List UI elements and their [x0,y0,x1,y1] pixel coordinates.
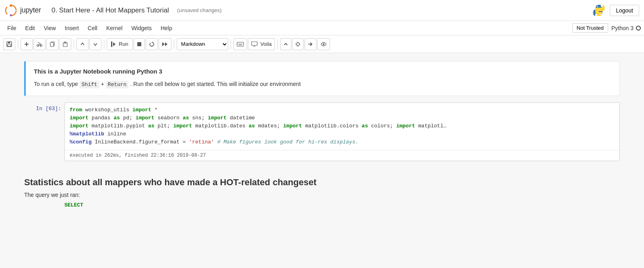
code-star: * [151,107,158,113]
menu-widgets[interactable]: Widgets [127,23,156,33]
cell-body[interactable]: from workshop_utils import * import pand… [64,102,620,161]
svg-rect-7 [8,44,11,46]
menu-cell[interactable]: Cell [84,23,101,33]
svg-rect-25 [237,42,244,46]
code-mpl-colors: matplotlib.colors [302,123,361,129]
svg-marker-20 [113,42,116,46]
kw-as4: as [249,123,255,129]
code-mpl-pyplot: matplotlib.pyplot [89,123,148,129]
stop-icon [137,42,142,47]
keyboard-shortcuts-button[interactable] [233,38,247,50]
unsaved-indicator: (unsaved changes) [177,7,222,13]
code-mdates: mdates; [255,123,283,129]
menu-kernel[interactable]: Kernel [102,23,126,33]
code-seaborn: seaborn [155,115,183,121]
toolbar: Run Markdown Code Raw NBConvert Heading … [0,35,644,53]
menu-insert[interactable]: Insert [61,23,83,33]
code-sns: sns; [189,115,208,121]
menu-file[interactable]: File [3,23,21,33]
chevron-up-icon [283,42,288,46]
restart-button[interactable] [146,38,158,50]
markdown-heading: This is a Jupyter Notebook running Pytho… [34,68,611,75]
svg-point-37 [323,43,324,45]
markdown-cell-container: This is a Jupyter Notebook running Pytho… [16,61,628,96]
svg-marker-34 [296,42,300,46]
paste-icon [62,41,68,47]
keyboard-icon [237,42,244,47]
voila-screen-icon [251,41,258,47]
arrow-button[interactable] [304,38,316,50]
fast-forward-icon [162,41,168,47]
run-button[interactable]: Run [107,38,133,50]
section-heading: Statistics about all mappers who have ma… [24,177,620,188]
code-matplotl-ellipsis: matplotl… [415,123,446,129]
code-workshop: workshop_utils [82,107,132,113]
add-cell-button[interactable] [21,38,33,50]
toolbar-sep-5 [231,39,231,49]
svg-point-1 [10,4,12,7]
kw-import6: import [173,123,192,129]
cell-prompt: In [63]: [24,102,64,112]
kw-as1: as [114,115,120,121]
menu-edit[interactable]: Edit [21,23,39,33]
code-colors: colors; [368,123,396,129]
kernel-status-indicator [636,26,641,31]
code-datetime: datetime [227,115,255,121]
header: jupyter 0. Start Here - All Hot Mappers … [0,0,644,21]
move-up-button[interactable] [76,38,89,50]
move-down-button[interactable] [89,38,101,50]
header-left: jupyter 0. Start Here - All Hot Mappers … [5,4,221,16]
kw-import7: import [283,123,302,129]
save-button[interactable] [3,38,15,50]
python-logo-icon [592,4,606,17]
up-button[interactable] [280,38,291,50]
restart-run-all-button[interactable] [159,38,171,50]
notebook-title[interactable]: 0. Start Here - All Hot Mappers Tutorial [52,6,169,14]
not-trusted-button[interactable]: Not Trusted [572,23,608,33]
svg-rect-16 [50,43,54,47]
code-mpl-dates: matplotlib.dates [192,123,248,129]
menubar-left: File Edit View Insert Cell Kernel Widget… [3,23,176,33]
code-input[interactable]: from workshop_utils import * import pand… [65,103,619,150]
cut-button[interactable] [33,38,45,50]
kw-import1: import [132,107,151,113]
str-retina: 'retina' [189,139,214,145]
diamond-button[interactable] [292,38,303,50]
svg-rect-6 [8,42,10,43]
markdown-body: To run a cell, type Shift + Return . Run… [34,80,611,89]
kw-as5: as [362,123,368,129]
jupyter-brand: jupyter [20,6,41,14]
svg-rect-19 [111,41,112,47]
toolbar-sep-4 [174,39,174,49]
return-code: Return [106,81,129,88]
cell-type-selector[interactable]: Markdown Code Raw NBConvert Heading [177,38,228,50]
interrupt-button[interactable] [134,38,145,50]
kw-import5: import [70,123,89,129]
kw-as2: as [183,115,189,121]
arrow-up-icon [80,41,85,47]
section-heading-container: Statistics about all mappers who have ma… [16,168,628,201]
restart-icon [149,41,155,47]
paste-button[interactable] [59,38,71,50]
menu-help[interactable]: Help [157,23,176,33]
kw-import3: import [136,115,155,121]
kw-as3: as [148,123,155,129]
markdown-cell[interactable]: This is a Jupyter Notebook running Pytho… [24,61,620,96]
copy-icon [50,41,55,47]
toolbar-sep-3 [104,39,104,49]
voila-button[interactable]: Voila [248,38,275,50]
cell-output: executed in 262ms, finished 22:36:16 201… [65,150,619,161]
svg-rect-21 [137,42,141,46]
menubar: File Edit View Insert Cell Kernel Widget… [0,21,644,35]
code-cell: In [63]: from workshop_utils import * im… [24,102,620,161]
arrow-right-icon [308,42,313,47]
svg-line-14 [38,42,41,44]
plus-icon [24,41,29,47]
code-pd: pd; [120,115,136,121]
logout-button[interactable]: Logout [610,5,639,16]
menu-view[interactable]: View [40,23,60,33]
copy-button[interactable] [46,38,58,50]
kernel-name: Python 3 [611,25,634,31]
kw-import4: import [208,115,227,121]
eye-button[interactable] [317,38,330,50]
